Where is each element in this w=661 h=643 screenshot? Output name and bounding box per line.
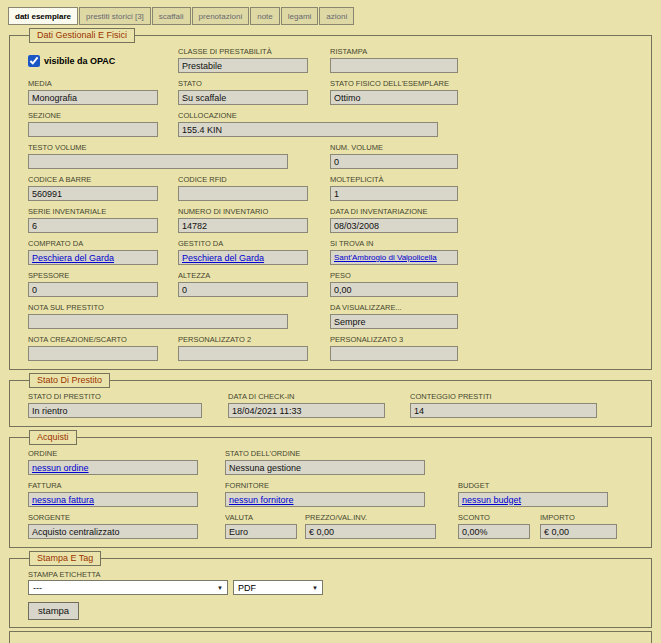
- tab-dati-esemplare[interactable]: dati esemplare: [8, 7, 78, 25]
- field-budget: BUDGET nessun budget: [458, 481, 608, 507]
- nota-creazione-scarto-input[interactable]: [28, 346, 158, 361]
- field-label: DATA DI INVENTARIAZIONE: [330, 207, 458, 216]
- etichetta-format-value: ---: [33, 583, 42, 593]
- field-valuta: VALUTA Euro: [225, 513, 297, 539]
- field-label: CODICE A BARRE: [28, 175, 158, 184]
- field-label: ORDINE: [28, 449, 198, 458]
- tab-azioni[interactable]: azioni: [319, 7, 354, 25]
- num-volume-input[interactable]: 0: [330, 154, 458, 169]
- tab-legami[interactable]: legami: [281, 7, 319, 25]
- field-fornitore: FORNITORE nessun fornitore: [225, 481, 425, 507]
- field-label: SCONTO: [458, 513, 530, 522]
- tab-scaffali[interactable]: scaffali: [152, 7, 191, 25]
- numero-inventario-input[interactable]: 14782: [178, 218, 308, 233]
- sorgente-input[interactable]: Acquisto centralizzato: [28, 524, 198, 539]
- budget-link[interactable]: nessun budget: [462, 495, 521, 505]
- classe-prestabilita-input[interactable]: Prestabile: [178, 58, 308, 73]
- peso-input[interactable]: 0,00: [330, 282, 458, 297]
- collocazione-input[interactable]: 155.4 KIN: [178, 122, 438, 137]
- etichetta-format-select[interactable]: --- ▼: [28, 580, 228, 595]
- media-input[interactable]: Monografia: [28, 90, 158, 105]
- field-ristampa: RISTAMPA: [330, 47, 458, 73]
- prezzo-val-inv-input[interactable]: € 0,00: [305, 524, 436, 539]
- tab-note[interactable]: note: [250, 7, 280, 25]
- field-sezione: SEZIONE: [28, 111, 158, 137]
- field-label: IMPORTO: [540, 513, 617, 522]
- field-label: RISTAMPA: [330, 47, 458, 56]
- spessore-input[interactable]: 0: [28, 282, 158, 297]
- field-da-visualizzare: DA VISUALIZZARE... Sempre: [330, 303, 458, 329]
- field-codice-rfid: CODICE RFID: [178, 175, 308, 201]
- altezza-input[interactable]: 0: [178, 282, 308, 297]
- field-importo: IMPORTO € 0,00: [540, 513, 617, 539]
- opac-checkbox[interactable]: [28, 55, 40, 67]
- testo-volume-input[interactable]: [28, 154, 288, 169]
- field-molteplicita: MOLTEPLICITÀ 1: [330, 175, 458, 201]
- tab-prenotazioni[interactable]: prenotazioni: [192, 7, 250, 25]
- field-label: COLLOCAZIONE: [178, 111, 438, 120]
- field-label: SORGENTE: [28, 513, 198, 522]
- codice-rfid-input[interactable]: [178, 186, 308, 201]
- opac-label: visibile da OPAC: [44, 56, 115, 66]
- molteplicita-input[interactable]: 1: [330, 186, 458, 201]
- field-personalizzato-3: PERSONALIZZATO 3: [330, 335, 458, 361]
- field-label: NOTA CREAZIONE/SCARTO: [28, 335, 158, 344]
- output-format-select[interactable]: PDF ▼: [233, 580, 323, 595]
- field-classe-prestabilita: CLASSE DI PRESTABILITÀ Prestabile: [178, 47, 308, 73]
- conteggio-prestiti-input[interactable]: 14: [410, 403, 597, 418]
- nota-sul-prestito-input[interactable]: [28, 314, 288, 329]
- sezione-input[interactable]: [28, 122, 158, 137]
- field-label: STATO: [178, 79, 308, 88]
- importo-input[interactable]: € 0,00: [540, 524, 617, 539]
- si-trova-in-input: Sant'Ambrogio di Valpolicella: [330, 250, 458, 265]
- codice-a-barre-input[interactable]: 560991: [28, 186, 158, 201]
- data-inventariazione-input[interactable]: 08/03/2008: [330, 218, 458, 233]
- stato-fisico-input[interactable]: Ottimo: [330, 90, 458, 105]
- gestito-da-link[interactable]: Peschiera del Garda: [182, 253, 264, 263]
- section-bottom-cutoff: [9, 631, 652, 643]
- field-ordine: ORDINE nessun ordine: [28, 449, 198, 475]
- section-legend: Acquisti: [29, 430, 77, 445]
- serie-inventariale-input[interactable]: 6: [28, 218, 158, 233]
- budget-input: nessun budget: [458, 492, 608, 507]
- data-di-check-in-input[interactable]: 18/04/2021 11:33: [228, 403, 385, 418]
- section-dati-gestionali: Dati Gestionali E Fisici visibile da OPA…: [9, 28, 652, 370]
- personalizzato-3-input[interactable]: [330, 346, 458, 361]
- field-stato-di-prestito: STATO DI PRESTITO In rientro: [28, 392, 202, 418]
- field-sconto: SCONTO 0,00%: [458, 513, 530, 539]
- field-label: SERIE INVENTARIALE: [28, 207, 158, 216]
- tab-prestiti-storici[interactable]: prestiti storici [3]: [79, 7, 151, 25]
- ordine-link[interactable]: nessun ordine: [32, 463, 89, 473]
- field-label: COMPRATO DA: [28, 239, 158, 248]
- fornitore-input: nessun fornitore: [225, 492, 425, 507]
- si-trova-in-link[interactable]: Sant'Ambrogio di Valpolicella: [334, 253, 437, 262]
- field-label: PERSONALIZZATO 3: [330, 335, 458, 344]
- field-media: MEDIA Monografia: [28, 79, 158, 105]
- fornitore-link[interactable]: nessun fornitore: [229, 495, 294, 505]
- field-label: MOLTEPLICITÀ: [330, 175, 458, 184]
- sconto-input[interactable]: 0,00%: [458, 524, 530, 539]
- stampa-button[interactable]: stampa: [28, 602, 79, 620]
- da-visualizzare-input[interactable]: Sempre: [330, 314, 458, 329]
- opac-field: visibile da OPAC: [28, 55, 115, 67]
- comprato-da-link[interactable]: Peschiera del Garda: [32, 253, 114, 263]
- personalizzato-2-input[interactable]: [178, 346, 308, 361]
- tab-bar: dati esemplare prestiti storici [3] scaf…: [0, 0, 661, 25]
- field-label: SI TROVA IN: [330, 239, 458, 248]
- field-comprato-da: COMPRATO DA Peschiera del Garda: [28, 239, 158, 265]
- field-label: CLASSE DI PRESTABILITÀ: [178, 47, 308, 56]
- fattura-input: nessuna fattura: [28, 492, 198, 507]
- field-fattura: FATTURA nessuna fattura: [28, 481, 198, 507]
- section-legend: Dati Gestionali E Fisici: [29, 28, 135, 43]
- valuta-input[interactable]: Euro: [225, 524, 297, 539]
- chevron-down-icon: ▼: [217, 585, 223, 591]
- stato-dell-ordine-input[interactable]: Nessuna gestione: [225, 460, 425, 475]
- field-label: VALUTA: [225, 513, 297, 522]
- stato-di-prestito-input[interactable]: In rientro: [28, 403, 202, 418]
- fattura-link[interactable]: nessuna fattura: [32, 495, 94, 505]
- field-label: STATO FISICO DELL'ESEMPLARE: [330, 79, 458, 88]
- field-nota-creazione-scarto: NOTA CREAZIONE/SCARTO: [28, 335, 158, 361]
- ristampa-input[interactable]: [330, 58, 458, 73]
- stato-input[interactable]: Su scaffale: [178, 90, 308, 105]
- comprato-da-input: Peschiera del Garda: [28, 250, 158, 265]
